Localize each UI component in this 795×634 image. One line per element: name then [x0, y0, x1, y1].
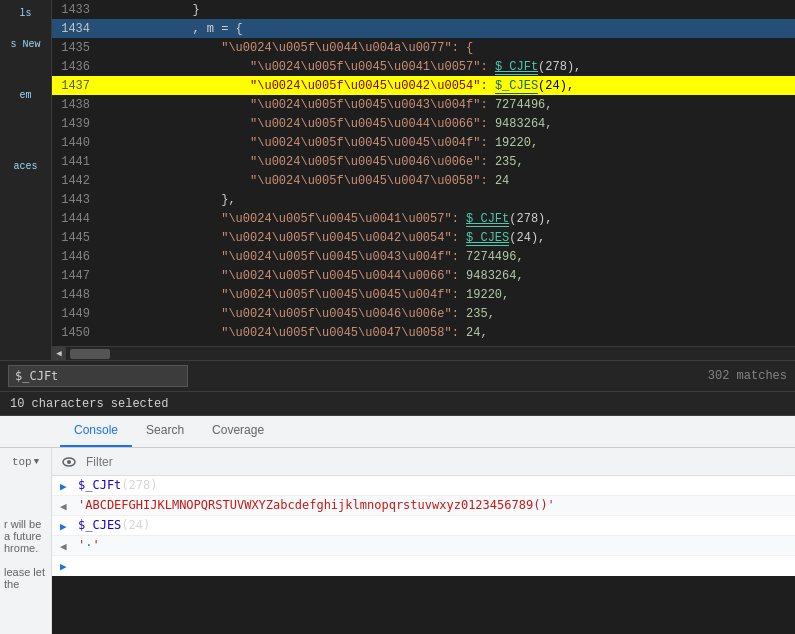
console-entry-1: ▶ $_CJFt(278) [52, 476, 795, 496]
search-matches: 302 matches [708, 369, 787, 383]
tab-search[interactable]: Search [132, 415, 198, 447]
console-main: ▶ $_CJFt(278) ◀ 'ABCDEFGHIJKLMNOPQRSTUVW… [52, 448, 795, 634]
prompt-icon: ▶ [60, 560, 67, 573]
code-line-1435: 1435 "\u0024\u005f\u0044\u004a\u0077": { [52, 38, 795, 57]
scroll-thumb[interactable] [70, 349, 110, 359]
selection-info: 10 characters selected [0, 392, 795, 416]
console-entry-4: ◀ '·' [52, 536, 795, 556]
code-line-1442: 1442 "\u0024\u005f\u0045\u0047\u0058": 2… [52, 171, 795, 190]
code-line-1444: 1444 "\u0024\u005f\u0045\u0041\u0057": $… [52, 209, 795, 228]
tab-console[interactable]: Console [60, 415, 132, 447]
devtools-tabs: Console Search Coverage [0, 416, 795, 448]
code-line-1439: 1439 "\u0024\u005f\u0045\u0044\u0066": 9… [52, 114, 795, 133]
selection-label: 10 characters selected [10, 397, 168, 411]
code-line-1445: 1445 "\u0024\u005f\u0045\u0042\u0054": $… [52, 228, 795, 247]
horizontal-scrollbar[interactable]: ◀ [52, 346, 795, 360]
filter-input[interactable] [86, 455, 787, 469]
top-dropdown[interactable]: top ▼ [12, 456, 39, 468]
entry-text-4: '·' [78, 538, 100, 552]
visibility-icon[interactable] [60, 453, 78, 471]
search-bar: 302 matches [0, 360, 795, 392]
code-editor[interactable]: 1433 } 1434 , m = { 1435 "\u0024\u005f\u… [52, 0, 795, 360]
search-input[interactable] [8, 365, 188, 387]
entry-arrow-3: ▶ [60, 520, 72, 533]
entry-text-2: 'ABCDEFGHIJKLMNOPQRSTUVWXYZabcdefghijklm… [78, 498, 555, 512]
prompt-line[interactable]: ▶ [52, 556, 795, 576]
code-line-1437: 1437 "\u0024\u005f\u0045\u0042\u0054": $… [52, 76, 795, 95]
code-line-1438: 1438 "\u0024\u005f\u0045\u0043\u004f": 7… [52, 95, 795, 114]
code-line-1446: 1446 "\u0024\u005f\u0045\u0043\u004f": 7… [52, 247, 795, 266]
code-line-1449: 1449 "\u0024\u005f\u0045\u0046\u006e": 2… [52, 304, 795, 323]
entry-arrow-4: ◀ [60, 540, 72, 553]
dropdown-arrow-icon: ▼ [34, 457, 39, 467]
console-toolbar [52, 448, 795, 476]
console-entry-3: ▶ $_CJES(24) [52, 516, 795, 536]
sidebar-ls-label: ls [19, 8, 31, 19]
entry-text-3: $_CJES(24) [78, 518, 150, 532]
code-line-1433: 1433 } [52, 0, 795, 19]
sidebar-new-label: s New [10, 39, 40, 50]
console-with-sidebar: top ▼ [0, 448, 795, 634]
svg-point-1 [67, 460, 71, 464]
sidebar-places-label: aces [13, 161, 37, 172]
code-line-1450: 1450 "\u0024\u005f\u0045\u0047\u0058": 2… [52, 323, 795, 342]
main-layout: ls s New em aces 1433 } 1434 , m = { [0, 0, 795, 634]
console-content: ▶ $_CJFt(278) ◀ 'ABCDEFGHIJKLMNOPQRSTUVW… [52, 476, 795, 576]
scroll-track[interactable] [66, 347, 795, 361]
console-entry-2: ◀ 'ABCDEFGHIJKLMNOPQRSTUVWXYZabcdefghijk… [52, 496, 795, 516]
tab-coverage[interactable]: Coverage [198, 415, 278, 447]
scroll-left-button[interactable]: ◀ [52, 347, 66, 361]
sidebar-left: ls s New em aces [0, 0, 52, 360]
editor-section: ls s New em aces 1433 } 1434 , m = { [0, 0, 795, 360]
code-line-1441: 1441 "\u0024\u005f\u0045\u0046\u006e": 2… [52, 152, 795, 171]
code-line-1434: 1434 , m = { [52, 19, 795, 38]
code-line-1436: 1436 "\u0024\u005f\u0045\u0041\u0057": $… [52, 57, 795, 76]
entry-arrow-2: ◀ [60, 500, 72, 513]
code-line-1440: 1440 "\u0024\u005f\u0045\u0045\u004f": 1… [52, 133, 795, 152]
code-line-1447: 1447 "\u0024\u005f\u0045\u0044\u0066": 9… [52, 266, 795, 285]
sidebar-bottom-text: r will be a future hrome. lease let the [0, 514, 52, 594]
code-line-1448: 1448 "\u0024\u005f\u0045\u0045\u004f": 1… [52, 285, 795, 304]
code-line-1443: 1443 }, [52, 190, 795, 209]
entry-text-1: $_CJFt(278) [78, 478, 157, 492]
sidebar-em-label: em [19, 90, 31, 101]
entry-arrow-1: ▶ [60, 480, 72, 493]
code-lines: 1433 } 1434 , m = { 1435 "\u0024\u005f\u… [52, 0, 795, 360]
devtools-panel: Console Search Coverage top ▼ [0, 416, 795, 634]
